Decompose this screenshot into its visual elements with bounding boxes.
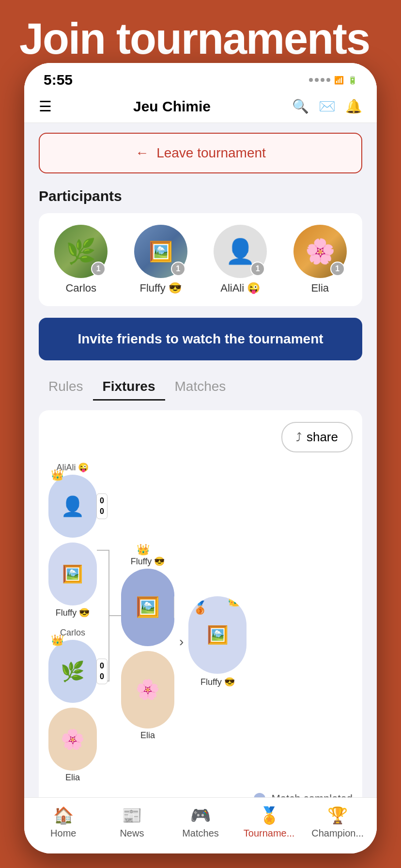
avatar-wrap-aliali: 👤 1: [214, 225, 267, 278]
signal-dots: [309, 78, 330, 82]
final-bubble: 🥉 👑 🖼️: [188, 596, 247, 674]
nav-actions: 🔍 ✉️ 🔔: [292, 98, 362, 114]
nav-champion[interactable]: 🏆 Champion...: [303, 806, 372, 839]
wifi-icon: 📶: [334, 76, 344, 85]
participants-card: 🌿 1 Carlos 🖼️ 1 Fluffy: [39, 213, 362, 306]
tab-fixtures[interactable]: Fixtures: [93, 374, 165, 401]
mail-icon[interactable]: ✉️: [319, 98, 336, 114]
badge-fluffy: 1: [171, 262, 185, 276]
bottom-nav: 🏠 Home 📰 News 🎮 Matches 🏅 Tourname... 🏆 …: [24, 797, 377, 853]
round2: 👑 Fluffy 😎 🖼️ 0 0 🌸: [121, 543, 174, 741]
champion-icon: 🏆: [327, 806, 348, 825]
avatar-wrap-carlos: 🌿 1: [54, 225, 108, 278]
final: 🥉 👑 🖼️ Fluffy 😎: [188, 596, 247, 687]
participant-aliali: 👤 1 AliAli 😜: [208, 225, 273, 294]
status-bar: 5:55 📶 🔋: [24, 63, 377, 93]
round1: AliAli 😜 👤 0 0 👑: [48, 462, 97, 783]
participant-carlos: 🌿 1 Carlos: [48, 225, 114, 294]
fixtures-header: ⤴ share: [48, 422, 353, 452]
badge-aliali: 1: [250, 262, 265, 276]
participant-fluffy: 🖼️ 1 Fluffy 😎: [128, 225, 194, 294]
legend-completed: Match completed: [254, 792, 353, 797]
invite-button[interactable]: Invite friends to watch the tournament: [39, 318, 362, 360]
battery-icon: 🔋: [348, 76, 357, 85]
arrow-icon: ›: [179, 634, 184, 650]
name-aliali: AliAli 😜: [220, 282, 260, 294]
crown-1: 👑: [51, 469, 64, 481]
status-time: 5:55: [44, 72, 73, 88]
participants-title: Participants: [39, 188, 362, 204]
tournament-label: Tourname...: [244, 828, 295, 839]
scores-1: 0 0: [96, 494, 108, 519]
connector: [97, 501, 121, 744]
participant-elia: 🌸 1 Elia: [288, 225, 353, 294]
home-label: Home: [50, 828, 76, 839]
bracket-diagram: AliAli 😜 👤 0 0 👑: [48, 462, 353, 783]
name-fluffy: Fluffy 😎: [139, 282, 182, 294]
avatar-wrap-elia: 🌸 1: [293, 225, 347, 278]
match2: Carlos 🌿 0 0 👑: [48, 628, 97, 783]
bubble-elia1: 🌸: [48, 708, 97, 771]
tournament-icon: 🏅: [259, 806, 279, 825]
bell-icon[interactable]: 🔔: [345, 98, 362, 114]
nav-news[interactable]: 📰 News: [98, 806, 167, 839]
name-carlos: Carlos: [65, 282, 96, 294]
bubble-aliali: 👤: [48, 475, 97, 538]
phone-shell: 5:55 📶 🔋 ☰ Jeu Chimie 🔍 ✉️ 🔔: [24, 63, 377, 853]
legend: Match completed Match in progress Match …: [48, 792, 353, 797]
matches-label: Matches: [182, 828, 219, 839]
nav-tournament[interactable]: 🏅 Tourname...: [235, 806, 304, 839]
fixtures-card: ⤴ share AliAli 😜 👤: [39, 410, 362, 797]
status-icons: 📶 🔋: [309, 76, 357, 85]
participants-section: Participants 🌿 1 Carlos: [39, 188, 362, 306]
top-nav: ☰ Jeu Chimie 🔍 ✉️ 🔔: [24, 93, 377, 123]
share-label: share: [307, 430, 338, 445]
home-icon: 🏠: [53, 806, 74, 825]
badge-carlos: 1: [91, 262, 106, 276]
leave-tournament-button[interactable]: ← Leave tournament: [39, 133, 362, 173]
fluffy-r2-label: Fluffy 😎: [131, 556, 165, 567]
news-icon: 📰: [122, 806, 142, 825]
leave-tournament-label: Leave tournament: [156, 145, 266, 161]
page-title: Join tournaments: [19, 17, 370, 61]
crown-2: 👑: [51, 634, 64, 647]
nav-matches[interactable]: 🎮 Matches: [166, 806, 235, 839]
elia-r2-label: Elia: [140, 730, 155, 741]
name-elia: Elia: [311, 282, 329, 294]
champion-label: Champion...: [311, 828, 364, 839]
invite-button-label: Invite friends to watch the tournament: [77, 331, 323, 346]
news-label: News: [120, 828, 144, 839]
bubble-elia-r2: 🌸: [121, 651, 174, 728]
app-title: Jeu Chimie: [52, 98, 292, 115]
content-area: ← Leave tournament Participants 🌿 1 Carl…: [24, 123, 377, 797]
player2-elia1-label: Elia: [65, 773, 80, 783]
avatar-wrap-fluffy: 🖼️ 1: [134, 225, 187, 278]
match1: AliAli 😜 👤 0 0 👑: [48, 462, 97, 618]
crown-final: 👑: [227, 596, 243, 607]
nav-home[interactable]: 🏠 Home: [29, 806, 98, 839]
share-button[interactable]: ⤴ share: [281, 422, 353, 452]
share-icon: ⤴: [296, 431, 302, 444]
crown-r2: 👑: [137, 543, 150, 556]
bubble-fluffy1: 🖼️: [48, 542, 97, 605]
search-icon[interactable]: 🔍: [292, 98, 309, 114]
player2-fluffy1-label: Fluffy 😎: [56, 607, 90, 618]
medal-icon: 🥉: [192, 600, 208, 615]
final-player-label: Fluffy 😎: [200, 677, 235, 687]
scores-r2: 0 0: [174, 594, 174, 620]
bubble-carlos: 🌿: [48, 640, 97, 703]
score-bot-1: 0: [100, 506, 104, 517]
score-bot-2: 0: [100, 671, 104, 682]
legend-completed-label: Match completed: [271, 792, 353, 797]
back-arrow-icon: ←: [135, 145, 149, 161]
score-top-2: 0: [100, 661, 104, 671]
badge-elia: 1: [330, 262, 345, 276]
menu-icon[interactable]: ☰: [39, 98, 52, 115]
bubble-fluffy-r2: 🖼️ 0 0: [121, 569, 174, 646]
score-top-1: 0: [100, 496, 104, 506]
legend-dot-completed: [254, 793, 265, 797]
scores-2: 0 0: [96, 659, 108, 684]
tab-rules[interactable]: Rules: [39, 374, 93, 401]
tab-matches[interactable]: Matches: [165, 374, 236, 401]
tabs-bar: Rules Fixtures Matches: [39, 374, 362, 401]
